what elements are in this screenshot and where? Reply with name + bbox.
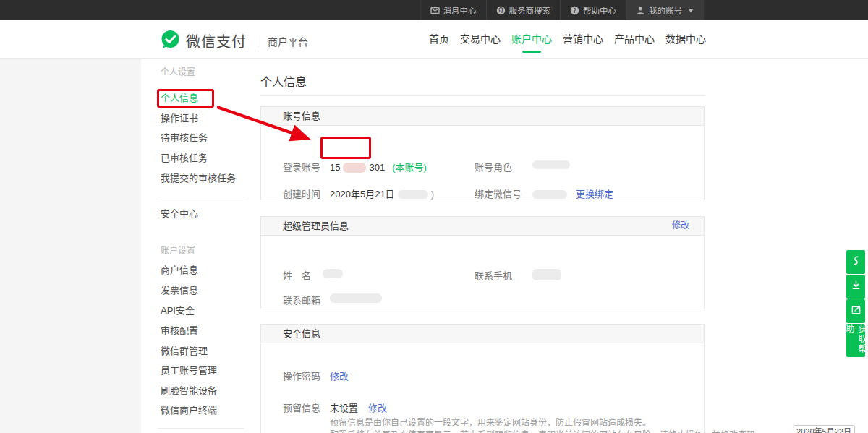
search-icon: Q — [496, 6, 506, 15]
sidebar-item-operation-certificate[interactable]: 操作证书 — [161, 113, 198, 124]
service-button[interactable] — [846, 250, 865, 274]
reserved-info-row: 预留信息 未设置 修改 — [261, 401, 704, 416]
account-info-card: 账号信息 登录账号 15301 (本账号) 账号角色 创建时间 2020年5月2… — [260, 106, 705, 200]
login-suffix: 301 — [369, 160, 385, 175]
login-account-value: 15301 (本账号) — [330, 160, 427, 175]
brand-name: 微信支付 — [186, 30, 247, 51]
operation-password-actions: 修改 — [330, 369, 349, 384]
date-tooltip: 2020年5月22日 — [793, 425, 855, 433]
main-nav: 首页 交易中心 账户中心 营销中心 产品中心 数据中心 — [429, 20, 706, 58]
chevron-down-icon — [688, 9, 694, 12]
account-role-value — [532, 160, 570, 169]
contact-phone-value — [532, 269, 561, 280]
sidebar-item-invoice-info[interactable]: 发票信息 — [161, 285, 198, 296]
redacted-created-detail — [398, 190, 428, 199]
topbar-item-label: 消息中心 — [443, 4, 477, 16]
description-line: 预留信息是由你自己设置的一段文字，用来鉴定网站身份，防止假冒网站造成损失。 — [330, 417, 764, 429]
sidebar-item-my-submitted-tasks[interactable]: 我提交的审核任务 — [161, 173, 236, 184]
admin-edit-link[interactable]: 修改 — [672, 217, 689, 235]
sidebar-section-personal-settings: 个人设置 — [161, 67, 195, 78]
brand-divider — [258, 35, 258, 48]
reserved-info-description: 预留信息是由你自己设置的一段文字，用来鉴定网站身份，防止假冒网站造成损失。 配置… — [330, 417, 764, 433]
topbar-item-messages[interactable]: 消息中心 — [420, 0, 486, 20]
contact-email-label: 联系邮箱 — [283, 293, 320, 308]
topbar-item-my-account[interactable]: 我的账号 — [626, 0, 704, 20]
sidebar-divider — [158, 428, 244, 429]
account-role-label: 账号角色 — [475, 160, 512, 175]
mail-icon — [430, 6, 440, 15]
sidebar-item-merchant-terminal[interactable]: 微信商户终端 — [161, 405, 217, 416]
sidebar-item-staff-account-mgmt[interactable]: 员工账号管理 — [161, 365, 217, 377]
name-value — [323, 269, 343, 278]
sidebar-item-merchant-info[interactable]: 商户信息 — [161, 265, 198, 276]
card-title: 安全信息 — [283, 328, 320, 339]
nav-item-transactions[interactable]: 交易中心 — [460, 20, 501, 58]
service-icon — [851, 255, 861, 269]
super-admin-card: 超级管理员信息 修改 姓 名 联系手机 联系邮箱 — [260, 216, 705, 309]
rebind-link[interactable]: 更换绑定 — [576, 187, 613, 202]
description-line: 配置后将在首页及充值页面显示。若未看到预留信息，表明当前访问的网站存在风险，请终… — [330, 429, 764, 433]
sidebar-item-pending-review-tasks[interactable]: 待审核任务 — [161, 132, 208, 144]
sidebar-item-security-center[interactable]: 安全中心 — [161, 208, 198, 220]
title-divider — [260, 95, 705, 96]
feedback-button[interactable] — [846, 299, 865, 323]
wechat-pay-logo-icon — [161, 30, 180, 52]
active-tab-underline — [522, 51, 541, 53]
user-icon — [636, 6, 645, 15]
topbar-item-provider-search[interactable]: Q 服务商搜索 — [486, 0, 561, 20]
header: 微信支付 商户平台 首页 交易中心 账户中心 营销中心 产品中心 数据中心 — [0, 20, 868, 59]
page-title: 个人信息 — [260, 72, 307, 90]
admin-name-row: 姓 名 联系手机 — [261, 269, 704, 283]
super-admin-card-header: 超级管理员信息 修改 — [261, 217, 704, 236]
sidebar: 个人设置 个人信息 操作证书 待审核任务 已审核任务 我提交的审核任务 安全中心… — [141, 59, 250, 433]
sidebar-item-personal-info[interactable]: 个人信息 — [161, 93, 198, 104]
account-info-card-header: 账号信息 — [261, 107, 704, 126]
nav-item-marketing[interactable]: 营销中心 — [563, 20, 603, 58]
created-time-label: 创建时间 — [283, 187, 320, 202]
download-button[interactable] — [846, 275, 865, 299]
brand-logo[interactable]: 微信支付 商户平台 — [161, 30, 308, 52]
nav-item-account-center[interactable]: 账户中心 — [511, 20, 552, 58]
topbar-item-label: 服务商搜索 — [509, 4, 551, 16]
redacted-phone — [532, 269, 561, 280]
topbar-item-label: 帮助中心 — [583, 4, 616, 16]
floating-help-rail: 获取帮助 — [846, 250, 865, 357]
nav-item-home[interactable]: 首页 — [429, 20, 449, 58]
card-title: 超级管理员信息 — [283, 220, 349, 231]
nav-item-products[interactable]: 产品中心 — [614, 20, 655, 58]
current-account-tag: (本账号) — [392, 160, 427, 175]
topbar-items: 消息中心 Q 服务商搜索 ? 帮助中心 我的账号 — [420, 0, 705, 20]
nav-item-data-center[interactable]: 数据中心 — [665, 20, 706, 58]
security-info-card-header: 安全信息 — [261, 325, 704, 343]
password-edit-link[interactable]: 修改 — [330, 369, 349, 384]
card-title: 账号信息 — [283, 111, 320, 121]
login-prefix: 15 — [330, 160, 340, 175]
security-info-card: 安全信息 操作密码 修改 预留信息 未设置 修改 预留信息是由你自己设置的一段文… — [260, 324, 705, 433]
svg-text:Q: Q — [498, 7, 503, 14]
sidebar-item-reviewed-tasks[interactable]: 已审核任务 — [161, 153, 208, 164]
sidebar-section-account-settings: 账户设置 — [161, 245, 195, 257]
reserved-edit-link[interactable]: 修改 — [368, 401, 387, 416]
topbar-item-help[interactable]: ? 帮助中心 — [560, 0, 626, 20]
login-account-label: 登录账号 — [283, 160, 320, 175]
get-help-button[interactable]: 获取帮助 — [846, 324, 865, 357]
bound-wechat-label: 绑定微信号 — [475, 187, 522, 202]
redacted-wechat-id — [532, 190, 567, 199]
created-date: 2020年5月21日 — [330, 187, 395, 202]
operation-password-row: 操作密码 修改 — [261, 369, 704, 384]
redacted-login-middle — [343, 163, 366, 173]
sidebar-item-wechat-group-mgmt[interactable]: 微信群管理 — [161, 346, 208, 357]
reserved-info-label: 预留信息 — [283, 401, 320, 416]
bound-wechat-value: 更换绑定 — [532, 187, 613, 202]
svg-text:?: ? — [573, 7, 576, 14]
reserved-info-value: 未设置 修改 — [330, 401, 387, 416]
nav-item-label: 账户中心 — [511, 33, 552, 45]
created-paren: ) — [431, 187, 434, 202]
sidebar-item-face-devices[interactable]: 刷脸智能设备 — [161, 385, 217, 397]
download-icon — [851, 280, 861, 293]
edit-icon — [851, 304, 861, 318]
sidebar-item-api-security[interactable]: API安全 — [161, 305, 195, 317]
created-time-value: 2020年5月21日) — [330, 187, 434, 202]
sidebar-item-review-config[interactable]: 审核配置 — [161, 325, 198, 337]
left-gutter — [0, 59, 141, 433]
